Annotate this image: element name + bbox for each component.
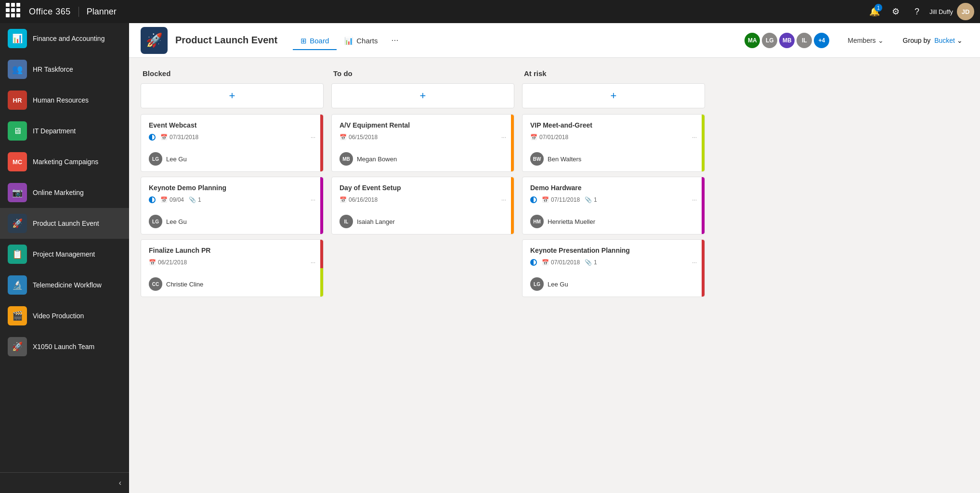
group-by-label: Group by bbox=[903, 37, 931, 44]
priority-bar bbox=[702, 240, 705, 297]
card-assignee: Megan Bowen bbox=[357, 156, 397, 163]
apps-grid-icon[interactable] bbox=[6, 3, 23, 20]
settings-button[interactable]: ⚙ bbox=[887, 3, 904, 20]
plan-logo-icon: 🚀 bbox=[146, 32, 163, 48]
progress-icon bbox=[530, 259, 537, 266]
column-at-risk-header: At risk bbox=[522, 69, 705, 78]
card-more-button[interactable]: ··· bbox=[692, 259, 697, 266]
more-options-button[interactable]: ··· bbox=[385, 31, 404, 49]
card-date: 📅 06/15/2018 bbox=[340, 134, 378, 141]
tab-board[interactable]: ⊞ Board bbox=[293, 32, 337, 50]
card-more-button[interactable]: ··· bbox=[501, 196, 506, 203]
sidebar-item-hr-taskforce[interactable]: 👥 HR Taskforce bbox=[0, 54, 129, 85]
board-icon: ⊞ bbox=[301, 37, 307, 45]
member-avatar-mb[interactable]: MB bbox=[778, 32, 796, 49]
sidebar-item-video-prod[interactable]: 🎬 Video Production bbox=[0, 300, 129, 331]
card-footer: LG Lee Gu bbox=[523, 277, 705, 297]
sidebar-item-finance[interactable]: 📊 Finance and Accounting bbox=[0, 23, 129, 54]
card-more-button[interactable]: ··· bbox=[311, 259, 315, 266]
priority-bar bbox=[511, 177, 514, 234]
sidebar-item-product-launch[interactable]: 🚀 Product Launch Event bbox=[0, 208, 129, 239]
card-assignee: Lee Gu bbox=[166, 218, 187, 225]
group-by-chevron-icon: ⌄ bbox=[957, 37, 963, 44]
topbar: Office 365 Planner 🔔 1 ⚙ ? Jill Duffy JD bbox=[0, 0, 980, 23]
member-avatar-extra[interactable]: +4 bbox=[813, 32, 830, 49]
card-finalize-pr[interactable]: Finalize Launch PR 📅 06/21/2018 ··· CC C… bbox=[141, 239, 324, 297]
members-button[interactable]: Members ⌄ bbox=[842, 34, 889, 47]
card-meta: 📅 07/01/2018 📎 1 ··· bbox=[530, 259, 697, 266]
video-prod-icon: 🎬 bbox=[8, 306, 27, 325]
user-profile[interactable]: Jill Duffy JD bbox=[929, 3, 974, 20]
card-more-button[interactable]: ··· bbox=[311, 134, 315, 141]
sidebar-item-label: Human Resources bbox=[33, 96, 89, 104]
card-assignee: Isaiah Langer bbox=[357, 218, 395, 225]
sidebar-item-online-marketing[interactable]: 📷 Online Marketing bbox=[0, 177, 129, 208]
sidebar-item-label: X1050 Launch Team bbox=[33, 342, 94, 351]
help-button[interactable]: ? bbox=[908, 3, 926, 20]
sidebar-collapse-button[interactable]: ‹ bbox=[0, 472, 129, 493]
card-user-avatar: LG bbox=[149, 215, 162, 228]
column-todo-header: To do bbox=[331, 69, 514, 78]
card-attachments: 📎 1 bbox=[189, 196, 201, 203]
card-meta: 📅 09/04 📎 1 ··· bbox=[149, 196, 315, 203]
project-mgmt-icon: 📋 bbox=[8, 245, 27, 264]
add-task-todo[interactable]: + bbox=[331, 83, 514, 108]
notifications-button[interactable]: 🔔 1 bbox=[866, 3, 883, 20]
card-footer: HM Henrietta Mueller bbox=[523, 215, 705, 234]
calendar-icon: 📅 bbox=[340, 196, 347, 203]
sidebar-item-it-dept[interactable]: 🖥 IT Department bbox=[0, 116, 129, 146]
card-keynote-demo[interactable]: Keynote Demo Planning 📅 09/04 📎 1 bbox=[141, 177, 324, 234]
user-avatar: JD bbox=[957, 3, 974, 20]
plan-title: Product Launch Event bbox=[175, 35, 277, 46]
card-event-webcast[interactable]: Event Webcast 📅 07/31/2018 ··· LG Le bbox=[141, 114, 324, 172]
card-more-button[interactable]: ··· bbox=[501, 134, 506, 141]
card-meta: 📅 06/16/2018 ··· bbox=[340, 196, 506, 203]
card-more-button[interactable]: ··· bbox=[311, 196, 315, 203]
sidebar-item-x1050[interactable]: 🚀 X1050 Launch Team bbox=[0, 331, 129, 362]
calendar-icon: 📅 bbox=[340, 134, 347, 141]
card-demo-hardware[interactable]: Demo Hardware 📅 07/11/2018 📎 1 · bbox=[522, 177, 705, 234]
content-area: 🚀 Product Launch Event ⊞ Board 📊 Charts … bbox=[129, 23, 980, 493]
add-task-at-risk[interactable]: + bbox=[522, 83, 705, 108]
online-marketing-icon: 📷 bbox=[8, 183, 27, 202]
calendar-icon: 📅 bbox=[542, 259, 549, 266]
card-user-avatar: LG bbox=[149, 152, 162, 166]
sidebar-item-telemedicine[interactable]: 🔬 Telemedicine Workflow bbox=[0, 270, 129, 300]
card-title: VIP Meet-and-Greet bbox=[530, 121, 697, 129]
card-vip-meet[interactable]: VIP Meet-and-Greet 📅 07/01/2018 ··· BW B… bbox=[522, 114, 705, 172]
sidebar-item-label: Project Management bbox=[33, 250, 95, 259]
member-avatar-il[interactable]: IL bbox=[796, 32, 813, 49]
card-assignee: Henrietta Mueller bbox=[548, 218, 595, 225]
sidebar-item-human-resources[interactable]: HR Human Resources bbox=[0, 85, 129, 116]
human-resources-icon: HR bbox=[8, 91, 27, 110]
group-by-button[interactable]: Group by Bucket ⌄ bbox=[897, 34, 968, 47]
column-at-risk: At risk + VIP Meet-and-Greet 📅 07/01/201… bbox=[522, 69, 705, 302]
card-more-button[interactable]: ··· bbox=[692, 196, 697, 203]
sidebar-item-marketing[interactable]: MC Marketing Campaigns bbox=[0, 146, 129, 177]
tab-board-label: Board bbox=[310, 37, 329, 45]
member-avatar-lg[interactable]: LG bbox=[761, 32, 778, 49]
card-av-equipment[interactable]: A/V Equipment Rental 📅 06/15/2018 ··· MB… bbox=[331, 114, 514, 172]
members-chevron-icon: ⌄ bbox=[878, 37, 884, 44]
hr-taskforce-icon: 👥 bbox=[8, 60, 27, 79]
username: Jill Duffy bbox=[929, 8, 953, 15]
calendar-icon: 📅 bbox=[160, 134, 168, 141]
card-date: 📅 07/01/2018 bbox=[530, 134, 568, 141]
card-footer: IL Isaiah Langer bbox=[332, 215, 514, 234]
tab-charts[interactable]: 📊 Charts bbox=[337, 32, 385, 50]
calendar-icon: 📅 bbox=[149, 259, 156, 266]
notif-badge: 1 bbox=[875, 4, 882, 12]
card-footer: CC Christie Cline bbox=[141, 277, 323, 297]
card-date: 📅 06/16/2018 bbox=[340, 196, 378, 203]
member-avatar-ma[interactable]: MA bbox=[744, 32, 761, 49]
card-keynote-presentation[interactable]: Keynote Presentation Planning 📅 07/01/20… bbox=[522, 239, 705, 297]
card-day-setup[interactable]: Day of Event Setup 📅 06/16/2018 ··· IL I… bbox=[331, 177, 514, 234]
add-task-blocked[interactable]: + bbox=[141, 83, 324, 108]
card-user-avatar: MB bbox=[340, 152, 353, 166]
group-by-value: Bucket bbox=[934, 37, 955, 44]
card-more-button[interactable]: ··· bbox=[692, 134, 697, 141]
x1050-icon: 🚀 bbox=[8, 337, 27, 356]
progress-icon bbox=[530, 196, 537, 203]
sidebar-item-project-mgmt[interactable]: 📋 Project Management bbox=[0, 239, 129, 270]
card-assignee: Lee Gu bbox=[548, 281, 568, 288]
